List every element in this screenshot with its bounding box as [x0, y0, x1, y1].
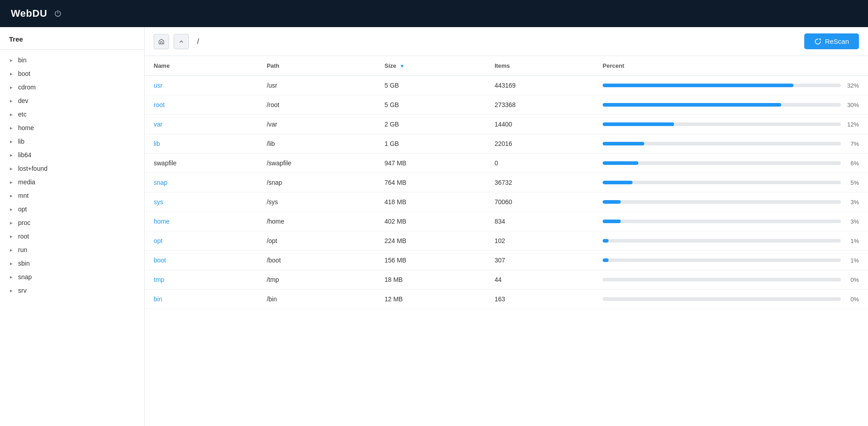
name-link[interactable]: opt [154, 237, 162, 244]
percent-label: 6% [845, 160, 859, 167]
sidebar-item-label: media [18, 178, 35, 186]
name-link[interactable]: bin [154, 295, 162, 303]
sidebar-item-mnt[interactable]: ►mnt [0, 189, 144, 202]
chevron-right-icon: ► [9, 126, 14, 131]
cell-name[interactable]: root [145, 95, 258, 115]
power-icon[interactable] [52, 8, 63, 19]
percent-label: 5% [845, 179, 859, 186]
cell-path: /home [258, 212, 376, 231]
sidebar-item-root[interactable]: ►root [0, 229, 144, 243]
chevron-right-icon: ► [9, 248, 14, 253]
sidebar-item-media[interactable]: ►media [0, 175, 144, 189]
percent-label: 3% [845, 218, 859, 225]
sidebar-item-proc[interactable]: ►proc [0, 216, 144, 229]
bar-track [603, 297, 841, 301]
cell-path: /bin [258, 290, 376, 309]
cell-name[interactable]: home [145, 212, 258, 231]
cell-percent: 3% [594, 212, 868, 231]
cell-percent: 12% [594, 115, 868, 134]
cell-items: 36732 [486, 173, 594, 192]
percent-label: 3% [845, 199, 859, 206]
sidebar-item-label: root [18, 233, 29, 240]
cell-path: /var [258, 115, 376, 134]
rescan-icon [814, 38, 821, 45]
cell-name[interactable]: snap [145, 173, 258, 192]
cell-name[interactable]: boot [145, 251, 258, 270]
cell-percent: 1% [594, 231, 868, 251]
sidebar-item-label: proc [18, 219, 30, 226]
sidebar-item-label: home [18, 124, 34, 131]
cell-size: 402 MB [375, 212, 485, 231]
name-link[interactable]: usr [154, 82, 162, 89]
name-link[interactable]: tmp [154, 276, 164, 283]
rescan-button[interactable]: ReScan [804, 33, 859, 49]
sidebar-item-run[interactable]: ►run [0, 243, 144, 257]
file-table: Name Path Size ▼ Items Percent usr/usr5 … [145, 56, 868, 309]
col-size[interactable]: Size ▼ [375, 56, 485, 76]
table-row: sys/sys418 MB700603% [145, 192, 868, 212]
sidebar-item-etc[interactable]: ►etc [0, 108, 144, 121]
bar-fill [603, 122, 674, 126]
bar-track [603, 200, 841, 204]
bar-fill [603, 161, 638, 165]
percent-label: 0% [845, 276, 859, 283]
name-link[interactable]: lib [154, 140, 160, 147]
sidebar-item-bin[interactable]: ►bin [0, 53, 144, 67]
sidebar-item-label: sbin [18, 260, 30, 267]
sidebar-item-opt[interactable]: ►opt [0, 202, 144, 216]
bar-track [603, 122, 841, 126]
cell-percent: 7% [594, 134, 868, 154]
main-content: / ReScan Name Path Size ▼ Items Per [145, 27, 868, 426]
file-table-container: Name Path Size ▼ Items Percent usr/usr5 … [145, 56, 868, 426]
name-link[interactable]: sys [154, 198, 163, 206]
name-link[interactable]: root [154, 101, 165, 108]
sidebar-items: ►bin►boot►cdrom►dev►etc►home►lib►lib64►l… [0, 50, 144, 301]
cell-name[interactable]: var [145, 115, 258, 134]
cell-size: 156 MB [375, 251, 485, 270]
col-path: Path [258, 56, 376, 76]
sidebar-item-snap[interactable]: ►snap [0, 270, 144, 284]
cell-percent: 32% [594, 76, 868, 95]
sidebar-item-lib[interactable]: ►lib [0, 135, 144, 148]
table-row: tmp/tmp18 MB440% [145, 270, 868, 290]
cell-name[interactable]: opt [145, 231, 258, 251]
cell-name[interactable]: sys [145, 192, 258, 212]
sidebar-item-srv[interactable]: ►srv [0, 284, 144, 297]
sidebar-item-lib64[interactable]: ►lib64 [0, 148, 144, 162]
cell-name[interactable]: tmp [145, 270, 258, 290]
table-row: root/root5 GB27336830% [145, 95, 868, 115]
name-link[interactable]: var [154, 121, 162, 128]
name-link[interactable]: boot [154, 257, 166, 264]
cell-items: 14400 [486, 115, 594, 134]
cell-percent: 1% [594, 251, 868, 270]
chevron-right-icon: ► [9, 71, 14, 76]
current-path: / [193, 37, 800, 46]
table-row: swapfile/swapfile947 MB06% [145, 154, 868, 173]
bar-track [603, 181, 841, 184]
name-link[interactable]: snap [154, 179, 167, 186]
cell-percent: 30% [594, 95, 868, 115]
sidebar-item-dev[interactable]: ►dev [0, 94, 144, 108]
table-row: opt/opt224 MB1021% [145, 231, 868, 251]
sidebar-item-cdrom[interactable]: ►cdrom [0, 80, 144, 94]
sidebar-item-lost-plus-found[interactable]: ►lost+found [0, 162, 144, 175]
name-link[interactable]: home [154, 218, 170, 225]
sidebar-item-boot[interactable]: ►boot [0, 67, 144, 80]
sidebar-item-home[interactable]: ►home [0, 121, 144, 135]
sidebar-item-label: run [18, 246, 27, 253]
cell-size: 5 GB [375, 76, 485, 95]
cell-name[interactable]: lib [145, 134, 258, 154]
cell-name[interactable]: bin [145, 290, 258, 309]
sidebar-item-sbin[interactable]: ►sbin [0, 257, 144, 270]
cell-items: 22016 [486, 134, 594, 154]
cell-name[interactable]: usr [145, 76, 258, 95]
chevron-right-icon: ► [9, 98, 14, 103]
sidebar-item-label: lib64 [18, 151, 32, 159]
home-button[interactable] [154, 34, 169, 49]
sidebar-item-label: lib [18, 138, 24, 145]
sidebar-item-label: snap [18, 273, 32, 281]
cell-path: /snap [258, 173, 376, 192]
cell-size: 18 MB [375, 270, 485, 290]
up-button[interactable] [174, 34, 189, 49]
table-row: bin/bin12 MB1630% [145, 290, 868, 309]
